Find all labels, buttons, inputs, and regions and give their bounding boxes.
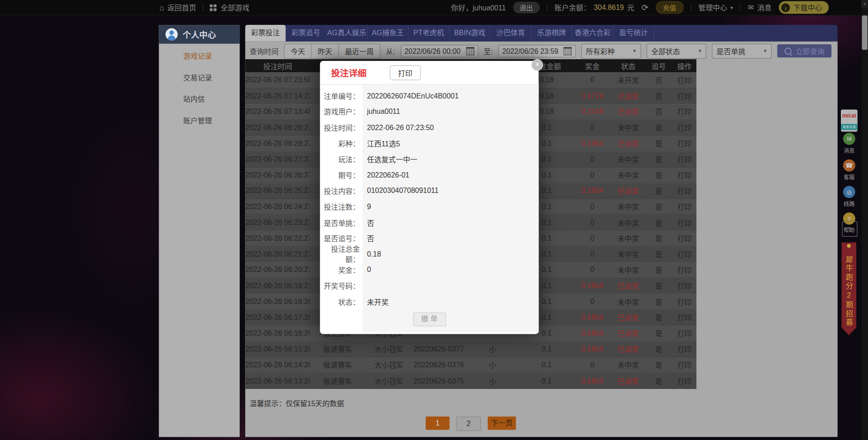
print-link[interactable]: 打印 — [677, 203, 692, 211]
home-link[interactable]: ⌂ 返回首页 — [160, 2, 196, 13]
cell-status: 未中奖 — [612, 122, 645, 133]
cell-time: 2022-06-26 07:14:22 — [245, 92, 310, 100]
filter-select[interactable]: 是否单挑▼ — [712, 43, 772, 58]
tab[interactable]: 沙巴体育 — [491, 25, 532, 42]
print-link[interactable]: 打印 — [677, 346, 692, 354]
messages-link[interactable]: ✉ 消息 — [748, 2, 772, 13]
greeting-text: 你好，juhua0011 — [451, 2, 506, 13]
print-link[interactable]: 打印 — [677, 171, 692, 179]
modal-field-row: 期号：20220626-01 — [320, 167, 539, 183]
modal-field-value: 否 — [360, 233, 374, 243]
cell-time: 2022-06-26 06:22:27 — [245, 234, 310, 242]
cell-prize: 0 — [573, 76, 612, 84]
column-header: 状态 — [612, 61, 645, 71]
cell-prize: 0 — [573, 123, 612, 131]
tab[interactable]: 盈亏统计 — [613, 25, 655, 42]
recharge-button[interactable]: 充值 — [656, 1, 683, 14]
print-link[interactable]: 打印 — [677, 377, 692, 385]
cell-chase: 是 — [645, 375, 673, 386]
sidebar-item[interactable]: 交易记录 — [159, 67, 240, 89]
quick-range-button[interactable]: 今天 — [284, 44, 311, 58]
quick-range-button[interactable]: 最近一周 — [338, 44, 380, 58]
divider — [547, 4, 547, 11]
to-label: 至: — [484, 46, 493, 56]
print-link[interactable]: 打印 — [677, 155, 692, 164]
download-center-button[interactable]: ↓ 下载中心 — [779, 1, 829, 14]
modal-print-button[interactable]: 打印 — [390, 65, 421, 80]
cancel-order-button[interactable]: 撤 单 — [413, 313, 446, 327]
print-link[interactable]: 打印 — [677, 92, 692, 100]
all-games-link[interactable]: 全部游戏 — [210, 2, 250, 13]
print-link[interactable]: 打印 — [677, 282, 692, 290]
sidebar-item[interactable]: 账户管理 — [159, 110, 240, 132]
scrollbar-up-arrow[interactable]: ▲ — [861, 0, 868, 8]
security-badge[interactable]: micai 安全认证 — [841, 109, 858, 131]
table-row: 2022-06-26 06:15:26极速赛车大小冠军20220626-0377… — [245, 342, 696, 357]
print-link[interactable]: 打印 — [677, 234, 692, 243]
tab[interactable]: 彩票投注 — [245, 25, 285, 42]
admin-center-menu[interactable]: 管理中心 ▾ — [698, 2, 733, 13]
cell-prize: 0 — [573, 218, 612, 226]
cell-action: 打印 — [673, 265, 697, 275]
print-link[interactable]: 打印 — [677, 298, 692, 306]
cell-chase: 否 — [645, 91, 673, 101]
cell-action: 打印 — [673, 281, 697, 291]
filter-select[interactable]: 全部状态▼ — [647, 43, 707, 58]
print-link[interactable]: 打印 — [677, 76, 692, 84]
filter-select[interactable]: 所有彩种▼ — [581, 43, 641, 58]
date-from-input[interactable]: 2022/06/26 00:00 — [401, 45, 478, 57]
close-icon[interactable]: × — [532, 60, 542, 70]
print-link[interactable]: 打印 — [677, 219, 692, 227]
print-link[interactable]: 打印 — [677, 140, 692, 148]
modal-field-row: 投注内容：010203040708091011 — [320, 183, 539, 199]
floating-item[interactable]: ✉消息 — [843, 133, 855, 154]
logout-button[interactable]: 退出 — [513, 2, 540, 14]
scrollbar-thumb[interactable] — [862, 15, 868, 50]
tab[interactable]: AG捕鱼王 — [368, 25, 409, 42]
cell-time: 2022-06-26 06:15:26 — [245, 345, 310, 353]
refresh-icon[interactable]: ⟳ — [642, 3, 648, 13]
cell-status: 未中奖 — [612, 154, 645, 164]
tab[interactable]: AG真人娱乐 — [326, 25, 368, 42]
print-link[interactable]: 打印 — [677, 124, 692, 132]
sidebar-item[interactable]: 站内信 — [159, 89, 240, 110]
sidebar-item[interactable]: 游戏记录 — [159, 45, 240, 67]
page-button[interactable]: 1 — [426, 417, 450, 430]
balance-value: 304.8619 — [594, 3, 623, 11]
page-button[interactable]: 2 — [456, 417, 481, 431]
cell-status: 已派奖 — [612, 328, 645, 338]
print-link[interactable]: 打印 — [677, 266, 692, 274]
tab[interactable]: 香港六合彩 — [572, 25, 613, 42]
quick-range-button[interactable]: 昨天 — [311, 44, 338, 58]
sidebar-header: 个人中心 — [159, 25, 240, 44]
tab[interactable]: 乐游棋牌 — [532, 25, 573, 42]
print-link[interactable]: 打印 — [677, 250, 692, 258]
back-to-top-button[interactable]: ↑ — [842, 221, 857, 237]
sidebar: 个人中心 游戏记录交易记录站内信账户管理 — [159, 25, 240, 437]
tab[interactable]: BBIN游戏 — [449, 25, 491, 42]
modal-field-label: 期号： — [320, 170, 360, 180]
date-to-input[interactable]: 2022/06/26 23:59 — [498, 45, 576, 57]
cell-action: 打印 — [673, 201, 697, 212]
floating-item-label: 消息 — [844, 146, 854, 154]
next-page-button[interactable]: 下一页 — [488, 417, 516, 430]
cell-time: 2022-06-26 06:14:26 — [245, 360, 310, 369]
print-link[interactable]: 打印 — [677, 314, 692, 322]
calendar-icon[interactable] — [564, 47, 572, 55]
cell-prize: 0 — [573, 171, 612, 179]
print-link[interactable]: 打印 — [677, 187, 692, 195]
print-link[interactable]: 打印 — [677, 108, 692, 116]
cell-status: 已派奖 — [612, 91, 645, 101]
print-link[interactable]: 打印 — [677, 361, 692, 370]
calendar-icon[interactable] — [466, 47, 474, 55]
tab[interactable]: PT老虎机 — [409, 25, 450, 42]
print-link[interactable]: 打印 — [677, 330, 692, 338]
floating-item[interactable]: ◎线路 — [843, 186, 855, 207]
retention-tip: 温馨提示：仅保留15天的数据 — [250, 398, 344, 408]
query-button[interactable]: 立即查询 — [778, 44, 832, 57]
cell-content: 小 — [465, 375, 520, 386]
floating-item[interactable]: ☎客服 — [843, 159, 855, 181]
tab[interactable]: 彩票追号 — [286, 25, 327, 42]
modal-field-value: 任选复式一中一 — [360, 154, 417, 164]
promo-ribbon-banner[interactable]: 犀牛跑分2期招募 — [841, 242, 856, 335]
